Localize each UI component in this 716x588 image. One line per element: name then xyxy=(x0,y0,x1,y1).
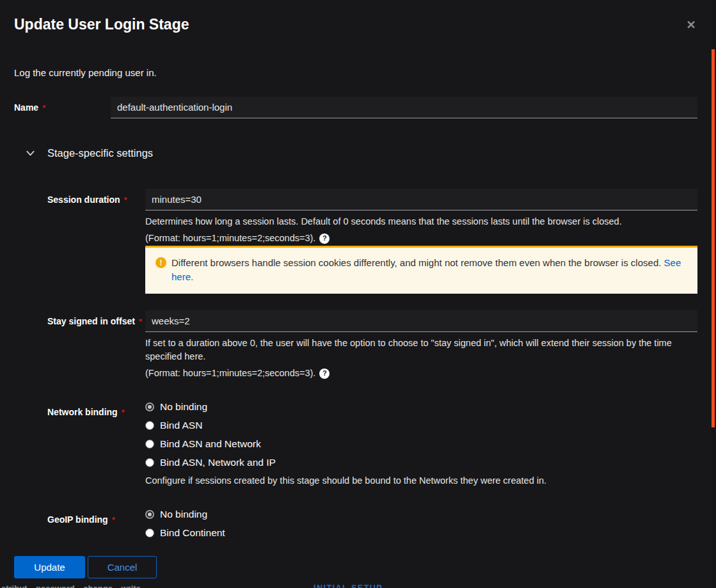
name-input[interactable] xyxy=(111,97,697,118)
radio-option-geoip-no-binding[interactable]: No binding xyxy=(145,509,697,520)
stay-signed-in-offset-format-help: (Format: hours=1;minutes=2;seconds=3). ? xyxy=(145,368,697,379)
background-clipped-heading: INITIAL SETUP xyxy=(314,583,454,588)
required-asterisk: * xyxy=(122,408,125,417)
close-icon[interactable]: ✕ xyxy=(684,18,698,32)
name-label: Name* xyxy=(14,97,111,113)
warning-text: Different browsers handle session cookie… xyxy=(171,256,687,284)
radio-checked-icon[interactable] xyxy=(145,510,154,519)
stage-description: Log the currently pending user in. xyxy=(14,68,697,78)
network-binding-row: Network binding* No binding Bind ASN Bin… xyxy=(14,401,697,486)
session-duration-help: Determines how long a session lasts. Def… xyxy=(145,215,697,228)
scrollbar-thumb[interactable] xyxy=(712,49,715,427)
radio-unchecked-icon[interactable] xyxy=(145,528,154,537)
cancel-button[interactable]: Cancel xyxy=(88,556,157,578)
required-asterisk: * xyxy=(139,317,142,326)
radio-option-no-binding[interactable]: No binding xyxy=(145,401,697,413)
network-binding-label: Network binding* xyxy=(47,401,145,418)
radio-option-bind-continent[interactable]: Bind Continent xyxy=(145,527,697,539)
geoip-binding-row: GeoIP binding* No binding Bind Continent xyxy=(14,509,697,539)
radio-unchecked-icon[interactable] xyxy=(145,440,154,449)
required-asterisk: * xyxy=(124,195,127,205)
stay-signed-in-offset-row: Stay signed in offset* If set to a durat… xyxy=(14,310,697,379)
stay-signed-in-offset-label: Stay signed in offset* xyxy=(47,310,145,327)
exclamation-circle-icon: ! xyxy=(155,257,166,268)
session-cookie-warning-alert: ! Different browsers handle session cook… xyxy=(145,246,697,294)
stage-specific-settings-expander[interactable]: Stage-specific settings xyxy=(14,147,697,160)
background-clipped-text: atribut password change write xyxy=(1,583,270,588)
modal-actions: Update Cancel xyxy=(14,556,697,578)
stay-signed-in-offset-input[interactable] xyxy=(145,310,697,332)
expander-label: Stage-specific settings xyxy=(47,147,153,160)
radio-option-bind-asn[interactable]: Bind ASN xyxy=(145,420,697,431)
required-asterisk: * xyxy=(42,103,45,113)
session-duration-label: Session duration* xyxy=(47,189,145,205)
modal-content: Update User Login Stage Log the currentl… xyxy=(14,0,697,578)
question-circle-icon[interactable]: ? xyxy=(319,234,330,244)
page-title: Update User Login Stage xyxy=(14,15,697,33)
radio-option-bind-asn-network-ip[interactable]: Bind ASN, Network and IP xyxy=(145,457,697,468)
question-circle-icon[interactable]: ? xyxy=(319,369,330,379)
update-button[interactable]: Update xyxy=(14,556,85,578)
stay-signed-in-offset-help: If set to a duration above 0, the user w… xyxy=(145,337,697,363)
radio-unchecked-icon[interactable] xyxy=(145,421,154,430)
network-binding-help: Configure if sessions created by this st… xyxy=(145,475,697,486)
session-duration-format-help: (Format: hours=1;minutes=2;seconds=3). ? xyxy=(145,233,697,244)
geoip-binding-label: GeoIP binding* xyxy=(47,509,145,525)
session-duration-row: Session duration* Determines how long a … xyxy=(14,189,697,294)
radio-option-bind-asn-network[interactable]: Bind ASN and Network xyxy=(145,438,697,450)
session-duration-input[interactable] xyxy=(145,189,697,211)
chevron-down-icon xyxy=(26,148,35,158)
name-field-row: Name* xyxy=(14,97,697,118)
radio-checked-icon[interactable] xyxy=(145,402,154,411)
radio-unchecked-icon[interactable] xyxy=(145,458,154,467)
required-asterisk: * xyxy=(112,515,115,525)
